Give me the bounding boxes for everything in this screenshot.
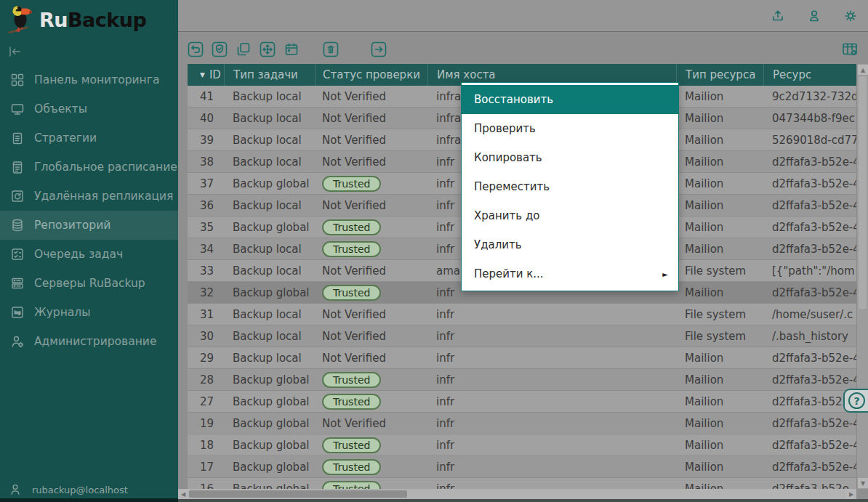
cell-verify-status: Trusted	[315, 216, 427, 238]
current-user[interactable]: rubackup@localhost	[0, 483, 178, 496]
table-row[interactable]: 18 Backup global Trusted infr Mailion d2…	[188, 434, 856, 456]
context-menu-item[interactable]: Восстановить	[462, 85, 678, 114]
cell-task-type: Backup local	[224, 151, 315, 172]
cell-id: 35	[188, 216, 224, 238]
cell-id: 34	[188, 238, 224, 259]
table-row[interactable]: 30 Backup local Not Verified infr File s…	[188, 325, 856, 347]
cell-verify-status: Trusted	[315, 391, 427, 412]
cell-resource: /.bash_history	[763, 325, 856, 347]
open-copy-button[interactable]	[371, 41, 387, 57]
cell-verify-status: Trusted	[315, 282, 427, 303]
vertical-scrollbar[interactable]: ▲ ▼	[856, 64, 868, 489]
cell-task-type: Backup global	[224, 282, 315, 303]
cell-verify-status: Trusted	[315, 238, 427, 259]
cell-host: infr	[427, 456, 676, 477]
horizontal-scrollbar-thumb[interactable]	[189, 490, 407, 498]
scroll-down-icon[interactable]: ▼	[858, 478, 868, 488]
sidebar-item-servers[interactable]: Серверы RuBackup	[0, 269, 178, 298]
cell-task-type: Backup local	[224, 304, 315, 325]
brand-part-backup: Backup	[68, 9, 146, 31]
sidebar-item-administration[interactable]: Администрирование	[0, 327, 178, 356]
cell-resource-type: File system	[676, 304, 763, 325]
sidebar-item-dashboard[interactable]: Панель мониторинга	[0, 65, 178, 94]
cell-verify-status: Not Verified	[315, 413, 427, 434]
context-menu-item[interactable]: Копировать	[462, 143, 678, 172]
cell-resource: 9c2d7132-732d	[763, 86, 856, 107]
sidebar-item-global-schedule[interactable]: Глобальное расписание	[0, 153, 178, 182]
table-columns-settings-button[interactable]	[842, 41, 858, 57]
user-icon	[806, 8, 822, 24]
table-row[interactable]: 31 Backup local Not Verified infr File s…	[188, 304, 856, 325]
context-menu-item[interactable]: Переместить	[462, 172, 678, 201]
toucan-logo-icon	[7, 4, 35, 35]
sidebar-item-objects[interactable]: Объекты	[0, 94, 178, 124]
context-menu-item[interactable]: Хранить до	[462, 201, 678, 230]
context-menu-item[interactable]: Удалить	[462, 230, 678, 259]
verify-button[interactable]	[212, 41, 228, 57]
cell-id: 41	[188, 86, 224, 107]
sidebar-item-label: Удалённая репликация	[34, 190, 173, 203]
sidebar-item-repository[interactable]: Репозиторий	[0, 211, 178, 240]
sidebar-item-logs[interactable]: log Журналы	[0, 298, 178, 327]
table-row[interactable]: 17 Backup global Trusted infr Mailion d2…	[188, 456, 856, 478]
cell-resource-type: Mailion	[676, 151, 763, 172]
table-row[interactable]: 19 Backup global Not Verified infr Maili…	[188, 413, 856, 434]
cell-resource: d2ffafa3-b52e-4	[763, 369, 856, 390]
column-header-verify-status[interactable]: Статус проверки	[315, 64, 427, 86]
scroll-up-icon[interactable]: ▲	[858, 65, 868, 75]
cell-id: 19	[188, 413, 224, 434]
sidebar-collapse-button[interactable]	[6, 44, 25, 60]
sidebar-item-label: Объекты	[34, 102, 87, 116]
settings-button[interactable]	[842, 7, 859, 25]
cell-resource-type: Mailion	[676, 391, 763, 412]
cell-resource: /home/suser/.c	[763, 304, 856, 325]
column-header-id[interactable]: ▼ ID	[188, 64, 224, 86]
move-button[interactable]	[260, 41, 276, 57]
column-header-resource[interactable]: Ресурс	[763, 64, 856, 86]
context-menu-item[interactable]: Проверить	[462, 114, 678, 143]
column-header-resource-type[interactable]: Тип ресурса	[676, 64, 763, 86]
cell-task-type: Backup global	[224, 369, 315, 390]
table-row[interactable]: 27 Backup global Trusted infr Mailion d2…	[188, 391, 856, 413]
table-row[interactable]: 29 Backup local Not Verified infr Mailio…	[188, 347, 856, 369]
collapse-sidebar-icon	[8, 45, 23, 58]
app-logo: RuBackup	[0, 0, 178, 36]
help-button[interactable]: ?	[843, 389, 868, 413]
column-header-task-type[interactable]: Тип задачи	[224, 64, 315, 86]
cell-resource: d2ffafa3-b52e-4	[763, 151, 856, 172]
table-row[interactable]: 28 Backup global Trusted infr Mailion d2…	[188, 369, 856, 391]
dashboard-icon	[10, 73, 25, 87]
vertical-scrollbar-thumb[interactable]	[859, 76, 867, 309]
table-row[interactable]: 16 Backup global Trusted infr Mailion d2…	[188, 478, 856, 489]
cell-resource-type: Mailion	[676, 86, 763, 107]
context-menu-item[interactable]: Перейти к...►	[462, 259, 678, 288]
cell-resource-type: Mailion	[676, 478, 763, 489]
arrow-right-icon	[371, 41, 387, 57]
brand-title: RuBackup	[39, 9, 146, 31]
export-icon	[770, 8, 786, 24]
cell-host: infr	[427, 304, 676, 325]
cell-verify-status: Not Verified	[315, 195, 427, 216]
cell-id: 30	[188, 325, 224, 347]
restore-button[interactable]	[188, 41, 204, 57]
sidebar-item-remote-replication[interactable]: Удалённая репликация	[0, 182, 178, 211]
trusted-badge: Trusted	[322, 219, 381, 235]
cell-id: 40	[188, 108, 224, 129]
cell-task-type: Backup global	[224, 216, 315, 238]
storage-period-button[interactable]	[284, 41, 300, 57]
cell-host: infr	[427, 347, 676, 368]
sidebar-item-task-queue[interactable]: Очередь задач	[0, 240, 178, 269]
export-button[interactable]	[769, 7, 787, 25]
cell-id: 27	[188, 391, 224, 412]
delete-button[interactable]	[323, 41, 339, 57]
sidebar-item-strategies[interactable]: Стратегии	[0, 124, 178, 153]
user-menu-button[interactable]	[805, 7, 823, 25]
scroll-left-icon[interactable]: ◀	[178, 489, 188, 499]
cell-id: 39	[188, 129, 224, 150]
copy-button[interactable]	[236, 41, 252, 57]
cell-id: 17	[188, 456, 224, 477]
cell-task-type: Backup local	[224, 238, 315, 259]
horizontal-scrollbar[interactable]: ◀ ▶	[178, 489, 856, 499]
scroll-right-icon[interactable]: ▶	[846, 489, 856, 499]
repository-icon	[10, 218, 25, 232]
